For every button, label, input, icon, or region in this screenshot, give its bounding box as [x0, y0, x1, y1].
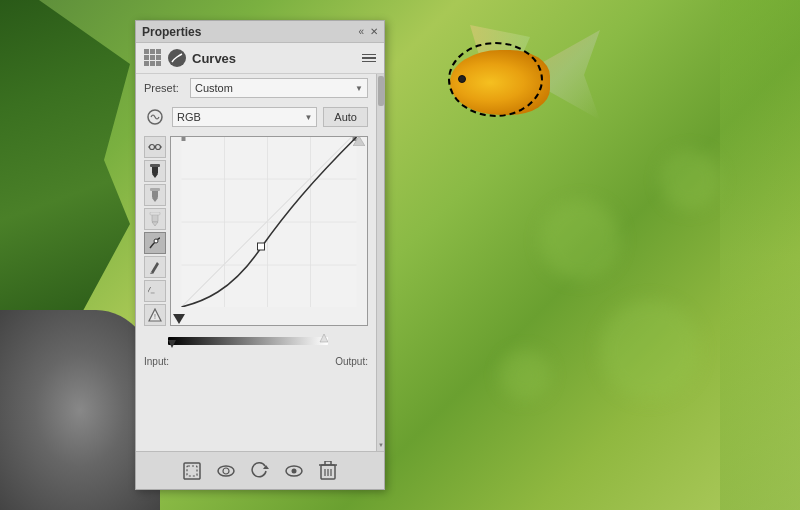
preset-label: Preset: [144, 82, 184, 94]
reset-icon [251, 462, 269, 480]
menu-icon[interactable] [362, 54, 376, 63]
smooth-tool[interactable]: ∕₋ [144, 280, 166, 302]
close-btn[interactable]: ✕ [370, 26, 378, 37]
green-right [720, 0, 800, 510]
svg-rect-9 [152, 190, 158, 198]
black-point-eyedropper[interactable] [144, 160, 166, 182]
svg-text:∕₋: ∕₋ [148, 286, 155, 297]
black-point-marker [173, 313, 185, 327]
collapse-btn[interactable]: « [358, 26, 364, 37]
properties-panel: Properties « ✕ Curves [135, 20, 385, 490]
bottom-toolbar [136, 451, 384, 489]
svg-point-1 [150, 145, 155, 150]
channel-icon-svg [146, 108, 164, 126]
bokeh-1 [540, 200, 620, 280]
menu-line [362, 61, 376, 63]
clipping-mask-icon [182, 461, 202, 481]
section-title: Curves [192, 51, 236, 66]
curves-icon [168, 49, 186, 67]
svg-marker-30 [173, 314, 185, 324]
white-point-eyedropper[interactable] [144, 208, 166, 230]
scrollbar-thumb[interactable] [378, 76, 384, 106]
grid-icon [144, 49, 162, 67]
gray-point-eyedropper[interactable] [144, 184, 166, 206]
svg-marker-10 [152, 198, 158, 202]
svg-rect-27 [182, 137, 186, 141]
eyedropper-white-icon [149, 212, 161, 226]
pencil-tool[interactable] [144, 256, 166, 278]
bokeh-4 [660, 150, 720, 210]
grid-cell [156, 61, 161, 66]
reset-button[interactable] [248, 459, 272, 483]
grid-cell [144, 61, 149, 66]
svg-rect-32 [168, 337, 328, 345]
black-triangle-icon [173, 314, 185, 324]
panel-title: Properties [142, 25, 201, 39]
grid-cell [150, 55, 155, 60]
channel-value: RGB [177, 111, 201, 123]
panel-menu[interactable] [362, 54, 376, 63]
tools-column: ∕₋ ! [144, 136, 166, 326]
svg-point-41 [292, 468, 297, 473]
channel-arrow-icon: ▼ [304, 113, 312, 122]
selection-marquee [448, 42, 543, 117]
svg-rect-8 [150, 164, 160, 167]
grid-cell [144, 55, 149, 60]
svg-point-15 [154, 239, 158, 243]
channel-select[interactable]: RGB ▼ [172, 107, 317, 127]
panel-content: Preset: Custom ▼ RGB ▼ [136, 74, 376, 451]
section-header: Curves [136, 43, 384, 74]
select-arrow-icon: ▼ [355, 84, 363, 93]
grid-cell [150, 61, 155, 66]
svg-marker-31 [353, 136, 365, 146]
svg-rect-35 [184, 463, 200, 479]
warning-icon: ! [148, 308, 162, 322]
menu-line [362, 54, 376, 56]
delete-button[interactable] [316, 459, 340, 483]
svg-rect-36 [187, 466, 197, 476]
view-icon [216, 463, 236, 479]
auto-label: Auto [334, 111, 357, 123]
eyedropper-black-icon [149, 164, 161, 178]
preset-value: Custom [195, 82, 233, 94]
view-previous-button[interactable] [214, 459, 238, 483]
grid-cell [150, 49, 155, 54]
clipping-mask-button[interactable] [180, 459, 204, 483]
toggle-visibility-button[interactable] [282, 459, 306, 483]
svg-point-38 [223, 468, 229, 474]
scroll-arrow-down[interactable]: ▼ [378, 441, 384, 449]
preset-row: Preset: Custom ▼ [136, 74, 376, 98]
output-label: Output: [335, 356, 368, 367]
scrollbar-track[interactable]: ▼ [376, 74, 384, 451]
gradient-slider [168, 334, 328, 348]
curves-graph[interactable] [170, 136, 368, 326]
input-label: Input: [144, 356, 169, 367]
svg-point-2 [156, 145, 161, 150]
curve-point-icon [148, 236, 162, 250]
io-labels: Input: Output: [136, 354, 376, 369]
svg-marker-13 [152, 222, 158, 226]
adjust-icon [148, 140, 162, 154]
svg-rect-29 [258, 243, 265, 250]
svg-rect-6 [152, 166, 158, 174]
white-point-marker [353, 135, 365, 149]
warning-tool[interactable]: ! [144, 304, 166, 326]
bokeh-3 [600, 300, 700, 400]
svg-text:!: ! [154, 313, 156, 320]
curves-adjust-tool[interactable] [144, 136, 166, 158]
grid-cell [156, 55, 161, 60]
menu-line [362, 57, 376, 59]
title-controls: « ✕ [358, 26, 378, 37]
channel-adjust-icon [144, 106, 166, 128]
grid-cell [144, 49, 149, 54]
preset-select[interactable]: Custom ▼ [190, 78, 368, 98]
curves-icon-svg [170, 51, 184, 65]
tools-graph-area: ∕₋ ! [136, 136, 376, 326]
svg-rect-11 [150, 188, 160, 191]
goldfish [420, 20, 600, 150]
bokeh-2 [500, 350, 550, 400]
svg-rect-14 [150, 212, 160, 215]
auto-button[interactable]: Auto [323, 107, 368, 127]
trash-icon [319, 461, 337, 481]
curve-point-tool[interactable] [144, 232, 166, 254]
